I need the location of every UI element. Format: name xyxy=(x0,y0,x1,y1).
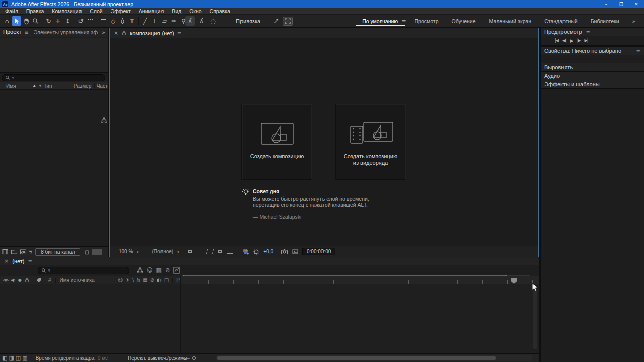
label-tag-icon[interactable] xyxy=(36,277,42,283)
timeline-search-input[interactable]: ∨ xyxy=(38,267,129,274)
zoom-chevron-icon[interactable]: ∨ xyxy=(136,250,139,254)
workspace-default[interactable]: По умолчанию xyxy=(356,18,405,26)
motion-blur-switch-icon[interactable]: ⊘ xyxy=(150,277,154,283)
workspace-standard[interactable]: Стандартный xyxy=(538,18,584,24)
minimize-button[interactable]: – xyxy=(599,0,614,8)
workspace-overflow-icon[interactable]: » xyxy=(626,18,642,24)
dolly-camera-tool[interactable]: ↕ xyxy=(63,16,72,26)
solo-icon[interactable]: ● xyxy=(18,278,22,282)
expand-render-time-icon[interactable]: ▥ xyxy=(22,355,27,361)
timecode-display[interactable]: 0:00:00:00 xyxy=(302,248,335,255)
pan-behind-tool[interactable] xyxy=(86,16,95,26)
create-composition-card[interactable]: Создать композицию xyxy=(242,104,312,180)
workspace-menu-icon[interactable]: ≡ xyxy=(401,18,406,24)
composition-tab-label[interactable]: композиция (нет) xyxy=(130,30,174,36)
menu-composition[interactable]: Композиция xyxy=(48,8,86,14)
zoom-tool[interactable] xyxy=(31,16,40,26)
column-source-name[interactable]: Имя источника xyxy=(60,277,95,283)
column-type[interactable]: Тип xyxy=(44,83,52,89)
show-snapshot-icon[interactable] xyxy=(292,248,299,255)
timeline-tab-label[interactable]: (нет) xyxy=(12,258,24,264)
composition-panel-menu-icon[interactable]: ≡ xyxy=(177,30,181,36)
quality-switch-icon[interactable]: \ xyxy=(132,277,134,283)
properties-menu-icon[interactable]: ≡ xyxy=(636,48,640,54)
last-frame-button[interactable]: ▶| xyxy=(585,38,588,43)
home-icon[interactable]: ⌂ xyxy=(2,16,12,26)
resolution-select[interactable]: (Полное) xyxy=(152,249,173,254)
mask-visibility-button[interactable] xyxy=(206,249,214,254)
color-depth-button[interactable]: 8 бит на канал xyxy=(35,248,80,256)
workspace-review[interactable]: Просмотр xyxy=(408,18,445,24)
timeline-vertical-scrollbar[interactable] xyxy=(533,289,537,349)
resolution-chevron-icon[interactable]: ∨ xyxy=(177,250,179,254)
type-tool[interactable]: T xyxy=(127,16,137,26)
tab-effect-controls[interactable]: Элементы управления эффектами (не xyxy=(34,29,98,35)
zoom-out-mountain-icon[interactable] xyxy=(181,357,184,359)
brush-tool[interactable]: ╱ xyxy=(140,16,150,26)
grid-guides-button[interactable] xyxy=(187,249,193,254)
play-button[interactable]: ▶ xyxy=(570,38,573,43)
menu-layer[interactable]: Слой xyxy=(86,8,107,14)
three-d-layer-switch-icon[interactable]: □ xyxy=(164,277,169,283)
first-frame-button[interactable]: |◀ xyxy=(555,38,558,43)
composition-tab-close-icon[interactable]: × xyxy=(114,30,118,36)
frame-blend-switch-icon[interactable]: ▦ xyxy=(143,277,147,283)
timeline-tab-close-icon[interactable]: × xyxy=(4,258,9,264)
menu-effect[interactable]: Эффект xyxy=(107,8,135,14)
lock-icon[interactable] xyxy=(121,30,127,36)
lock-icon[interactable] xyxy=(24,277,30,283)
menu-file[interactable]: Файл xyxy=(1,8,22,14)
fit-view-button[interactable] xyxy=(283,17,293,26)
label-tag-icon[interactable] xyxy=(39,83,42,89)
expand-layer-switches-icon[interactable]: ◧ xyxy=(2,355,7,361)
puppet-node-tool[interactable]: ʎ xyxy=(197,16,206,26)
pen-tool[interactable] xyxy=(118,16,127,26)
rectangle-tool[interactable] xyxy=(99,16,108,26)
project-panel-menu-icon[interactable]: ≡ xyxy=(24,30,28,35)
timeline-layer-area[interactable] xyxy=(0,284,539,353)
mini-flowchart-icon[interactable] xyxy=(137,267,143,274)
trash-icon[interactable] xyxy=(84,249,90,255)
scale-arrow-icon[interactable] xyxy=(271,16,281,26)
align-panel-header[interactable]: Выровнять xyxy=(541,63,644,72)
exposure-value[interactable]: +0,0 xyxy=(263,249,273,254)
adjustment-layer-switch-icon[interactable]: ◐ xyxy=(157,277,162,283)
column-size[interactable]: Размер xyxy=(74,83,91,89)
video-eye-icon[interactable] xyxy=(3,277,9,283)
project-settings-icon[interactable]: ϟ xyxy=(29,249,32,255)
properties-panel-header[interactable]: Свойства: Ничего не выбрано ≡ xyxy=(541,47,644,55)
motion-blur-icon[interactable]: ⊘ xyxy=(165,267,170,274)
timeline-zoom-slider[interactable] xyxy=(198,358,215,358)
exposure-icon[interactable] xyxy=(253,248,260,255)
selection-tool[interactable] xyxy=(12,16,21,26)
new-composition-icon[interactable] xyxy=(20,248,27,255)
shy-switch-icon[interactable]: ☺ xyxy=(118,277,123,283)
graph-editor-icon[interactable] xyxy=(173,267,180,274)
timeline-panel-menu-icon[interactable]: ≡ xyxy=(28,258,32,264)
restore-button[interactable]: ❐ xyxy=(614,0,629,8)
menu-view[interactable]: Вид xyxy=(168,8,185,14)
timeline-horizontal-scrollbar[interactable] xyxy=(217,356,496,360)
menu-window[interactable]: Окно xyxy=(185,8,205,14)
audio-speaker-icon[interactable] xyxy=(10,277,16,283)
column-number[interactable]: # xyxy=(48,277,51,283)
column-rate[interactable]: Частота ... xyxy=(97,83,108,89)
workspace-learn[interactable]: Обучение xyxy=(445,18,482,24)
hand-tool[interactable] xyxy=(21,16,31,26)
audio-panel-header[interactable]: Аудио xyxy=(541,72,644,80)
snapshot-camera-icon[interactable] xyxy=(281,248,288,255)
zoom-level-select[interactable]: 100 % xyxy=(119,249,133,254)
sort-ascending-icon[interactable]: ▲ xyxy=(33,84,35,88)
shape-tool[interactable]: ◇ xyxy=(108,16,118,26)
time-ruler[interactable] xyxy=(180,276,539,285)
next-frame-button[interactable]: |▶ xyxy=(577,38,581,43)
frame-blending-icon[interactable]: ▦ xyxy=(156,267,161,274)
collapse-transformations-icon[interactable]: ☀ xyxy=(125,277,130,283)
effects-presets-panel-header[interactable]: Эффекты и шаблоны xyxy=(541,80,644,89)
transparency-grid-button[interactable] xyxy=(227,249,233,254)
column-name[interactable]: Имя xyxy=(6,83,16,89)
clone-stamp-tool[interactable]: ⊥ xyxy=(150,16,159,26)
expand-in-out-icon[interactable]: ◫ xyxy=(16,355,21,361)
tab-project[interactable]: Проект xyxy=(3,29,21,36)
timeline-zoom-handle[interactable] xyxy=(192,356,196,360)
